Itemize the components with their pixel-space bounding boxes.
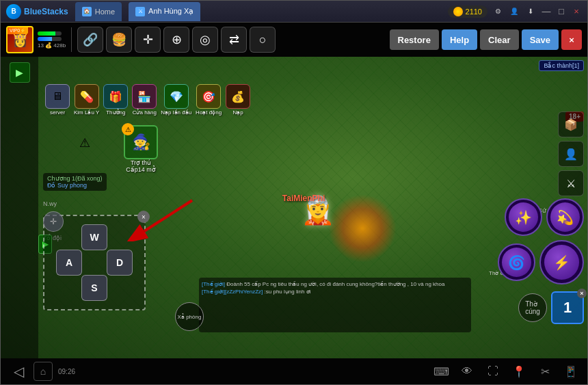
chat-sender-2: [Thế giới][zZzPhiYenzZz] xyxy=(202,289,263,295)
user-icon[interactable]: 👤 xyxy=(508,5,520,18)
toolbar-swap-btn[interactable]: ⇄ xyxy=(221,27,247,53)
thuong-label: Thưởng xyxy=(106,109,125,116)
tab-game-label: Anh Hùng Xạ xyxy=(148,7,193,16)
toolbar-dpad-btn[interactable]: ✛ xyxy=(135,27,161,53)
tro-thu-icon[interactable]: ⚠ 🧙 xyxy=(124,125,158,159)
tro-thu-area: ⚠ 🧙 Trợ thủ Cấp14 mở xyxy=(124,125,158,173)
nap-lien-dau-icon[interactable]: 💎 Nạp lần đầu xyxy=(161,84,191,116)
nap-icon[interactable]: 💰 Nạp xyxy=(226,84,250,116)
location-icon[interactable]: 📍 xyxy=(509,362,529,381)
game-tab-icon: ⚔ xyxy=(135,7,145,16)
skill-inner-1: ✨ xyxy=(509,202,538,232)
toolbar-circle-btn[interactable]: ○ xyxy=(250,27,276,53)
xa-phong-button[interactable]: Xả phòng xyxy=(175,302,204,331)
bac-thanh-badge: Bắc thành[1] xyxy=(539,60,584,71)
wasd-center-icon: ✛ xyxy=(43,211,64,232)
home-button[interactable]: ⌂ xyxy=(34,362,53,381)
right-btn-2[interactable]: 👤 xyxy=(558,141,584,167)
clear-button[interactable]: Clear xyxy=(480,29,519,50)
character-avatar: VIP0⚡ 👸 xyxy=(6,26,34,53)
bottom-time: 09:26 xyxy=(58,368,75,375)
toolbar-link-btn[interactable]: 🔗 xyxy=(77,27,103,53)
boss-name: Đồ Suy phong xyxy=(47,182,103,189)
hoat-dong-label: Hoạt động xyxy=(196,109,222,116)
toolbar-aim-btn[interactable]: ◎ xyxy=(192,27,218,53)
brand-name: BlueStacks xyxy=(24,7,68,16)
nap-img: 💰 xyxy=(226,84,250,109)
nav-arrows: ◁ ⌂ xyxy=(8,360,53,382)
chat-line-1: [Thế giới] Đoành 55 cấp Pc ng tiêu thầu … xyxy=(202,280,468,288)
tho-cong-btn[interactable]: Thờcúng xyxy=(518,293,547,322)
back-button[interactable]: ◁ xyxy=(8,360,29,382)
skill-btn-2[interactable]: 💫 xyxy=(546,198,584,236)
coin-amount: 2110 xyxy=(466,8,482,16)
thuong-icon[interactable]: 🎁 Thưởng xyxy=(103,84,128,116)
settings-icon[interactable]: ⚙ xyxy=(492,5,504,18)
help-button[interactable]: Help xyxy=(442,29,477,50)
key-a-button[interactable]: A xyxy=(56,250,82,276)
bottom-right: ⌨ 👁 ⛶ 📍 ✂ 📱 xyxy=(431,362,580,381)
skill-btn-1[interactable]: ✨ xyxy=(505,198,542,236)
server-icon[interactable]: 🖥 server xyxy=(45,84,70,116)
red-arrow-indicator xyxy=(117,194,199,241)
hp-bar xyxy=(38,31,62,36)
nap-label: Nạp xyxy=(233,109,243,116)
bottom-bar: ◁ ⌂ 09:26 ⌨ 👁 ⛶ 📍 ✂ 📱 xyxy=(1,358,587,384)
skill-inner-4: ⚡ xyxy=(544,245,580,280)
num-skill-close-icon[interactable]: × xyxy=(577,289,587,298)
kim-lau-y-icon[interactable]: 💊 Kim Lầu Y xyxy=(74,84,99,116)
tro-thu-sublabel: Cấp14 mở xyxy=(126,166,156,173)
game-area[interactable]: Bắc thành[1] 18+ 🖥 server 💊 Kim Lầu Y 🎁 … xyxy=(1,57,587,358)
keyboard-icon[interactable]: ⌨ xyxy=(431,362,451,381)
restore-button[interactable]: Restore xyxy=(390,29,439,50)
mobile-icon[interactable]: 📱 xyxy=(561,362,580,381)
toolbar-close-button[interactable]: × xyxy=(561,29,582,50)
maximize-button[interactable]: □ xyxy=(556,6,567,17)
bottom-left: ◁ ⌂ 09:26 xyxy=(8,360,75,382)
app-window: B BlueStacks 🏠 Home ⚔ Anh Hùng Xạ ● 2110… xyxy=(0,0,588,385)
right-btn-1[interactable]: 📦 xyxy=(558,111,584,137)
title-bar: B BlueStacks 🏠 Home ⚔ Anh Hùng Xạ ● 2110… xyxy=(1,1,587,23)
key-d-button[interactable]: D xyxy=(107,250,133,276)
save-button[interactable]: Save xyxy=(522,29,559,50)
key-w-button[interactable]: W xyxy=(81,224,107,250)
tab-game[interactable]: ⚔ Anh Hùng Xạ xyxy=(129,2,200,21)
left-panel-btn-1[interactable]: ▶ xyxy=(10,62,30,83)
num-skill-box[interactable]: 1 × xyxy=(551,291,584,324)
skill-inner-2: 💫 xyxy=(550,202,580,232)
eye-icon[interactable]: 👁 xyxy=(457,362,477,381)
tai-mien-phi-text: TaiMienPhi xyxy=(282,194,325,203)
cua-hang-icon[interactable]: 🏪 Cửa hàng xyxy=(132,84,157,116)
key-s-button[interactable]: S xyxy=(81,275,107,301)
server-icon-img: 🖥 xyxy=(45,84,70,109)
kim-lau-y-icon-img: 💊 xyxy=(75,84,99,109)
alert-badge-icon: ⚠ xyxy=(122,123,134,135)
right-btn-3[interactable]: ⚔ xyxy=(558,170,584,196)
fullscreen-icon[interactable]: ⛶ xyxy=(483,362,503,381)
toolbar-move-btn[interactable]: ⊕ xyxy=(163,27,189,53)
hoat-dong-icon[interactable]: 🎯 Hoạt động xyxy=(196,84,222,116)
svg-line-1 xyxy=(144,200,192,231)
minimize-button[interactable]: — xyxy=(541,6,552,17)
skill-btn-3[interactable]: 🌀 xyxy=(498,243,535,281)
vip-badge: VIP0⚡ xyxy=(8,27,28,34)
scissors-icon[interactable]: ✂ xyxy=(535,362,554,381)
nap-lien-dau-img: 💎 xyxy=(164,84,189,109)
thuong-icon-img: 🎁 xyxy=(103,84,128,109)
num-skill-label: 1 xyxy=(563,299,572,317)
xa-phong-label: Xả phòng xyxy=(178,314,202,320)
coin-display: ● 2110 xyxy=(448,5,487,18)
tab-home[interactable]: 🏠 Home xyxy=(75,2,122,21)
cua-hang-label: Cửa hàng xyxy=(133,109,157,116)
download-icon[interactable]: ⬇ xyxy=(524,5,537,18)
logo-area: B BlueStacks xyxy=(6,4,68,19)
server-label: server xyxy=(50,109,65,116)
action-buttons: Restore Help Clear Save × xyxy=(390,29,583,50)
kim-lau-y-label: Kim Lầu Y xyxy=(74,109,99,116)
close-window-button[interactable]: × xyxy=(571,6,582,17)
coin-icon: ● xyxy=(453,7,463,16)
chat-scroll-area: [Thế giới] Đoành 55 cấp Pc ng tiêu thầu … xyxy=(199,278,471,332)
skills-row-1: ✨ 💫 xyxy=(505,198,584,236)
skill-btn-4-large[interactable]: ⚡ xyxy=(539,240,584,284)
toolbar-menu-btn[interactable]: 🍔 xyxy=(106,27,132,53)
